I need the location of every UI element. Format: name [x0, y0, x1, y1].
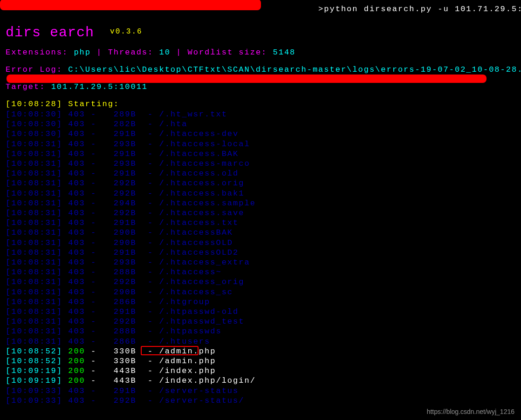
result-row: [10:08:31] 403 - 286B - /.htgroup [6, 297, 515, 307]
starting-line: [10:08:28] Starting: [6, 100, 515, 108]
row-code: 200 [68, 366, 85, 375]
row-dim: [10:08:31] 403 - 292B - /.htaccess.bak1 [6, 189, 244, 198]
result-row: [10:09:33] 403 - 292B - /server-status/ [6, 396, 515, 406]
redaction-top-extra [51, 0, 107, 7]
row-mid: - 330B - [85, 357, 159, 366]
row-dim: [10:08:31] 403 - 291B - /.htpasswd-old [6, 307, 239, 316]
row-dim: [10:08:31] 403 - 291B - /.htaccessOLD2 [6, 248, 239, 257]
result-row: [10:08:31] 403 - 292B - /.htaccess.save [6, 208, 515, 218]
row-dim: [10:08:31] 403 - 294B - /.htaccess.sampl… [6, 199, 256, 208]
result-row: [10:08:31] 403 - 286B - /.htusers [6, 337, 515, 346]
errlog-path: C:\Users\lic\Desktop\CTFtxt\SCAN\dirsear… [68, 65, 521, 74]
result-row: [10:08:31] 403 - 291B - /.htaccess.BAK [6, 149, 515, 159]
result-row: [10:08:31] 403 - 290B - /.htaccess_sc [6, 287, 515, 297]
row-dim: [10:08:31] 403 - 293B - /.htaccess_extra [6, 258, 250, 267]
ascii-banner: dirs earch [6, 26, 94, 40]
row-dim: [10:08:31] 403 - 293B - /.htaccess-marco [6, 159, 250, 168]
sep1: | [91, 48, 108, 57]
result-row: [10:08:31] 403 - 292B - /.htaccess.orig [6, 178, 515, 188]
result-row: [10:08:52] 200 - 330B - /admin.php [6, 346, 515, 356]
result-row: [10:08:31] 403 - 290B - /.htaccessBAK [6, 228, 515, 237]
row-path: /admin.php [159, 347, 216, 356]
result-row: [10:08:31] 403 - 292B - /.htaccess_orig [6, 277, 515, 287]
threads-value: 10 [159, 48, 170, 57]
redaction-errlog [7, 75, 487, 83]
result-row: [10:08:31] 403 - 291B - /.htaccess.old [6, 169, 515, 178]
row-dim: [10:08:31] 403 - 288B - /.htpasswds [6, 327, 222, 336]
row-path: /admin.php [159, 357, 216, 366]
result-row: [10:08:30] 403 - 289B - /.ht_wsr.txt [6, 109, 515, 119]
result-rows: [10:08:30] 403 - 289B - /.ht_wsr.txt[10:… [6, 109, 515, 406]
row-dim: [10:08:31] 403 - 292B - /.htaccess_orig [6, 278, 244, 286]
row-dim: [10:08:31] 403 - 292B - /.htpasswd_test [6, 317, 244, 326]
errlog-label: Error Log: [6, 65, 68, 74]
row-ts: [10:08:52] [6, 357, 68, 366]
error-log-line: Error Log: C:\Users\lic\Desktop\CTFtxt\S… [6, 65, 515, 74]
threads-label: Threads: [108, 48, 159, 57]
row-mid: - 443B - [85, 376, 159, 385]
row-path: /index.php [159, 366, 216, 375]
result-row: [10:08:31] 403 - 291B - /.htpasswd-old [6, 307, 515, 317]
result-row: [10:08:31] 403 - 294B - /.htaccess.sampl… [6, 198, 515, 208]
result-row: [10:08:31] 403 - 293B - /.htaccess-local [6, 139, 515, 149]
row-dim: [10:08:31] 403 - 286B - /.htgroup [6, 298, 210, 306]
result-row: [10:09:19] 200 - 443B - /index.php [6, 366, 515, 376]
ext-label: Extensions: [6, 48, 74, 57]
row-dim: [10:09:33] 403 - 292B - /server-status/ [6, 396, 244, 405]
row-dim: [10:08:31] 403 - 292B - /.htaccess.save [6, 209, 244, 217]
row-dim: [10:08:30] 403 - 282B - /.hta [6, 120, 187, 129]
result-row: [10:08:31] 403 - 293B - /.htaccess-marco [6, 159, 515, 169]
result-row: [10:08:31] 403 - 290B - /.htaccessOLD [6, 238, 515, 248]
row-dim: [10:08:31] 403 - 292B - /.htaccess.orig [6, 179, 244, 188]
row-code: 200 [68, 357, 85, 366]
result-row: [10:09:33] 403 - 291B - /server-status [6, 386, 515, 396]
row-dim: [10:09:33] 403 - 291B - /server-status [6, 386, 239, 395]
ext-value: php [74, 48, 91, 57]
target-line: Target: 101.71.29.5:10011 [6, 82, 515, 91]
result-row: [10:08:52] 200 - 330B - /admin.php [6, 356, 515, 366]
result-row: [10:08:31] 403 - 291B - /.htaccessOLD2 [6, 248, 515, 257]
row-dim: [10:08:31] 403 - 291B - /.htaccess.BAK [6, 149, 239, 158]
sep2: | [171, 48, 188, 57]
result-row: [10:08:30] 403 - 282B - /.hta [6, 119, 515, 129]
result-row: [10:08:31] 403 - 292B - /.htpasswd_test [6, 317, 515, 326]
wl-label: Wordlist size: [187, 48, 273, 57]
row-dim: [10:08:31] 403 - 293B - /.htaccess-local [6, 140, 250, 149]
redaction-top [0, 0, 261, 10]
target-value: 101.71.29.5:10011 [51, 82, 148, 91]
row-ts: [10:09:19] [6, 376, 68, 385]
result-row: [10:08:31] 403 - 288B - /.htpasswds [6, 326, 515, 336]
row-code: 200 [68, 376, 85, 385]
row-ts: [10:09:19] [6, 366, 68, 375]
wl-value: 5148 [273, 48, 296, 57]
start-label: Starting: [62, 100, 125, 108]
start-ts: [10:08:28] [6, 100, 62, 108]
result-row: [10:09:19] 200 - 443B - /index.php/login… [6, 376, 515, 386]
result-row: [10:08:31] 403 - 292B - /.htaccess.bak1 [6, 189, 515, 198]
row-dim: [10:08:31] 403 - 290B - /.htaccessBAK [6, 228, 233, 237]
row-path: /index.php/login/ [159, 376, 255, 385]
row-mid: - 330B - [85, 347, 159, 356]
row-dim: [10:08:31] 403 - 291B - /.htaccess.old [6, 169, 239, 178]
watermark: https://blog.csdn.net/wyj_1216 [427, 408, 514, 415]
result-row: [10:08:31] 403 - 291B - /.htaccess.txt [6, 218, 515, 228]
row-dim: [10:08:30] 403 - 289B - /.ht_wsr.txt [6, 110, 227, 119]
result-row: [10:08:31] 403 - 293B - /.htaccess_extra [6, 257, 515, 267]
row-dim: [10:08:31] 403 - 286B - /.htusers [6, 337, 210, 346]
result-row: [10:08:30] 403 - 291B - /.htaccess-dev [6, 129, 515, 139]
row-dim: [10:08:31] 403 - 290B - /.htaccess_sc [6, 288, 233, 297]
row-code: 200 [68, 347, 85, 356]
row-dim: [10:08:31] 403 - 291B - /.htaccess.txt [6, 218, 239, 227]
target-label: Target: [6, 82, 51, 91]
row-dim: [10:08:31] 403 - 290B - /.htaccessOLD [6, 238, 233, 247]
meta-line: Extensions: php | Threads: 10 | Wordlist… [6, 48, 515, 57]
row-dim: [10:08:31] 403 - 288B - /.htaccess~ [6, 268, 222, 277]
row-ts: [10:08:52] [6, 347, 68, 356]
version-label: v0.3.6 [110, 27, 143, 36]
result-row: [10:08:31] 403 - 288B - /.htaccess~ [6, 267, 515, 277]
banner-row: dirs earch v0.3.6 [6, 26, 515, 40]
row-dim: [10:08:30] 403 - 291B - /.htaccess-dev [6, 129, 239, 138]
row-mid: - 443B - [85, 366, 159, 375]
